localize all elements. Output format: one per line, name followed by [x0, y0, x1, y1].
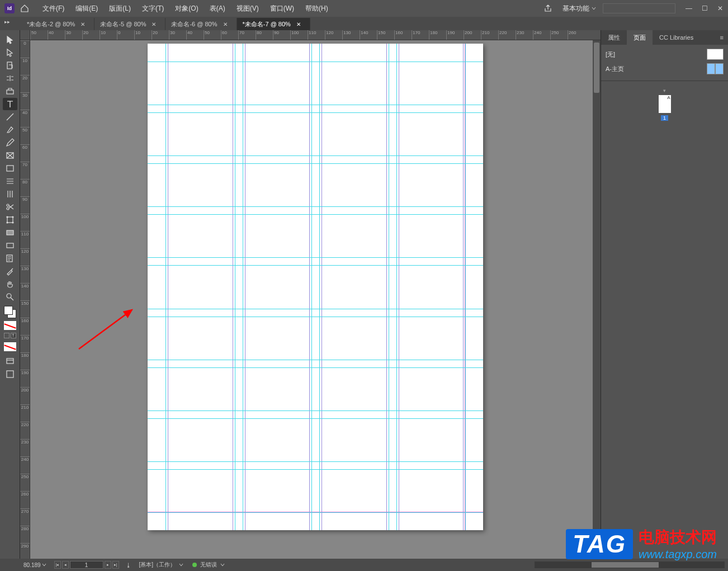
menu-view[interactable]: 视图(V) — [231, 4, 264, 13]
horizontal-scrollbar[interactable] — [535, 561, 725, 568]
tab-pages[interactable]: 页面 — [627, 30, 653, 45]
chevron-down-icon[interactable] — [179, 563, 183, 567]
selection-tool-icon[interactable] — [3, 34, 17, 46]
page-number-label: 1 — [661, 115, 668, 121]
maximize-button[interactable]: ☐ — [697, 0, 712, 17]
pencil-tool-icon[interactable] — [3, 136, 17, 149]
panel-separator[interactable] — [601, 81, 728, 81]
last-page-button[interactable]: ▸| — [112, 561, 119, 569]
svg-point-14 — [7, 294, 11, 298]
page-thumbnail[interactable]: A — [658, 95, 672, 114]
tab-label: 未命名-6 @ 80% — [171, 20, 217, 29]
default-fill-stroke-icon[interactable] — [4, 342, 16, 351]
vertical-ruler[interactable]: 0102030405060708090100110120130140150160… — [20, 40, 30, 559]
prev-page-button[interactable]: ◂ — [62, 561, 69, 569]
fill-stroke-swatch[interactable] — [4, 306, 16, 318]
rectangle-tool-icon[interactable] — [3, 162, 17, 174]
rectangle-frame-tool-icon[interactable] — [3, 149, 17, 162]
panel-tabs: 属性 页面 CC Libraries ≡ — [601, 30, 728, 45]
preflight-errors[interactable]: 无错误 — [200, 561, 217, 569]
screen-mode-normal-icon[interactable] — [3, 355, 17, 367]
menu-bar: Id 文件(F) 编辑(E) 版面(L) 文字(T) 对象(O) 表(A) 视图… — [0, 0, 728, 17]
note-tool-icon[interactable] — [3, 252, 17, 265]
page-field[interactable] — [70, 561, 103, 569]
svg-point-7 — [7, 216, 8, 218]
master-label: [无] — [606, 50, 615, 59]
grid-cols-tool-icon[interactable] — [3, 188, 17, 200]
close-icon[interactable]: ✕ — [152, 21, 156, 27]
menu-layout[interactable]: 版面(L) — [103, 4, 136, 13]
menu-type[interactable]: 文字(T) — [136, 4, 169, 13]
master-thumb — [707, 49, 724, 60]
panel-toggle-left-icon[interactable]: ▸▸ — [4, 19, 10, 25]
panel-menu-icon[interactable]: ≡ — [716, 30, 728, 45]
next-page-button[interactable]: ▸ — [105, 561, 111, 569]
tab-properties[interactable]: 属性 — [601, 30, 627, 45]
zoom-field[interactable]: 80.189 — [23, 562, 46, 568]
grid-rows-tool-icon[interactable] — [3, 175, 17, 187]
menu-object[interactable]: 对象(O) — [169, 4, 204, 13]
search-input[interactable] — [603, 3, 675, 13]
hand-tool-icon[interactable] — [3, 278, 17, 290]
direct-selection-tool-icon[interactable] — [3, 46, 17, 59]
svg-rect-3 — [7, 166, 13, 171]
first-page-button[interactable]: |◂ — [54, 561, 61, 569]
share-icon[interactable] — [543, 4, 552, 13]
svg-point-4 — [7, 204, 9, 206]
menu-edit[interactable]: 编辑(E) — [70, 4, 103, 13]
tab-label: *未命名-7 @ 80% — [243, 20, 291, 29]
line-tool-icon[interactable] — [3, 111, 17, 123]
svg-point-8 — [12, 216, 13, 218]
eyedropper-tool-icon[interactable] — [3, 265, 17, 277]
free-transform-tool-icon[interactable] — [3, 214, 17, 226]
document-pages-list: ▾ A 1 — [601, 83, 728, 559]
horizontal-ruler[interactable]: 5040302010010203040506070809010011012013… — [30, 30, 601, 40]
document-tab[interactable]: *未命名-7 @ 80%✕ — [237, 18, 310, 30]
chevron-down-icon[interactable] — [220, 563, 225, 567]
master-a-row[interactable]: A-主页 — [606, 62, 724, 76]
ruler-corner[interactable] — [20, 30, 30, 40]
home-icon[interactable] — [20, 4, 29, 13]
open-nav-icon[interactable]: ⭳ — [126, 562, 131, 568]
screen-mode-preview-icon[interactable] — [3, 368, 17, 380]
apply-container-icon[interactable] — [4, 333, 10, 338]
document-tab[interactable]: 未命名-5 @ 80%✕ — [94, 18, 166, 30]
document-page[interactable] — [148, 44, 483, 530]
page-navigator: |◂ ◂ ▸ ▸| — [54, 561, 119, 569]
close-icon[interactable]: ✕ — [223, 21, 228, 27]
master-label: A-主页 — [606, 65, 624, 73]
menu-help[interactable]: 帮助(H) — [300, 4, 334, 13]
svg-point-10 — [12, 222, 13, 223]
gap-tool-icon[interactable] — [3, 72, 17, 84]
pen-tool-icon[interactable] — [3, 124, 17, 136]
menu-table[interactable]: 表(A) — [204, 4, 231, 13]
zoom-tool-icon[interactable] — [3, 291, 17, 303]
page-tool-icon[interactable] — [3, 59, 17, 72]
gradient-swatch-tool-icon[interactable] — [3, 226, 17, 239]
type-tool-icon[interactable] — [3, 98, 17, 110]
apply-text-icon[interactable]: T — [11, 333, 16, 338]
menu-file[interactable]: 文件(F) — [37, 4, 70, 13]
document-tab[interactable]: *未命名-2 @ 80%✕ — [21, 18, 94, 30]
close-icon[interactable]: ✕ — [296, 21, 301, 27]
content-collector-tool-icon[interactable] — [3, 85, 17, 97]
document-tabs: ▸▸ *未命名-2 @ 80%✕ 未命名-5 @ 80%✕ 未命名-6 @ 80… — [0, 17, 728, 30]
vertical-scrollbar[interactable] — [593, 40, 601, 559]
workspace-switcher[interactable]: 基本功能 — [562, 4, 596, 13]
scissors-tool-icon[interactable] — [3, 201, 17, 213]
close-icon[interactable]: ✕ — [81, 21, 85, 27]
none-indicator-icon[interactable] — [4, 321, 16, 330]
scrollbar-thumb[interactable] — [594, 43, 599, 93]
preflight-profile[interactable]: [基本]（工作） — [139, 561, 176, 569]
tab-cc-libraries[interactable]: CC Libraries — [653, 30, 700, 45]
gradient-feather-tool-icon[interactable] — [3, 239, 17, 252]
svg-rect-1 — [7, 90, 13, 94]
document-tab[interactable]: 未命名-6 @ 80%✕ — [166, 18, 237, 30]
close-button[interactable]: ✕ — [712, 0, 728, 17]
menu-window[interactable]: 窗口(W) — [264, 4, 300, 13]
toolbox: T — [0, 30, 20, 559]
scrollbar-thumb[interactable] — [592, 562, 659, 568]
pasteboard[interactable] — [30, 40, 601, 559]
master-none-row[interactable]: [无] — [606, 47, 724, 62]
minimize-button[interactable]: ― — [681, 0, 697, 17]
